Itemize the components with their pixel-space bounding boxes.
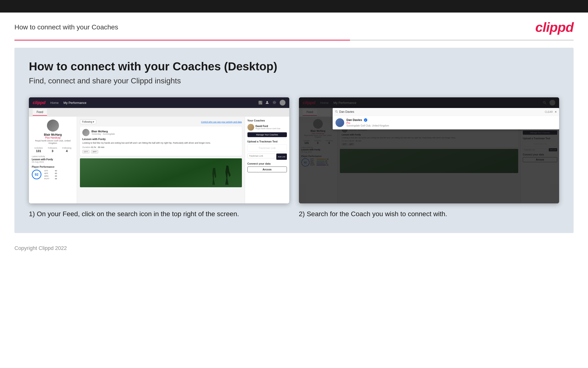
- search-bar-2: Dan Davies CLEAR ×: [333, 108, 559, 116]
- app-body-1: Blair McHarg Plus Handicap Royal North D…: [29, 117, 289, 203]
- stats-row-1: Activities 131 Followers 3 Following 4: [32, 147, 74, 153]
- feed-tab-1[interactable]: Feed: [33, 109, 47, 116]
- stat-activities-label: Activities: [34, 147, 43, 149]
- header-divider: [14, 40, 574, 40]
- post-duration-label-1: Duration 01 hr : 30 min: [82, 146, 239, 148]
- activity-name-1: Lesson with Fordy: [32, 158, 74, 161]
- result-role: Pro: [347, 122, 389, 124]
- search-overlay-2: Dan Davies CLEAR × Dan Davies: [333, 108, 559, 129]
- main-heading: How to connect with your Coaches (Deskto…: [29, 60, 559, 73]
- svg-point-4: [273, 101, 276, 104]
- arccos-btn-1[interactable]: Arccos: [247, 166, 287, 172]
- app-logo-1: clippd: [33, 100, 45, 105]
- app-nav-1: clippd Home My Performance: [29, 97, 289, 108]
- svg-line-1: [261, 103, 262, 104]
- clear-button[interactable]: CLEAR: [545, 110, 553, 113]
- post-time-1: Yesterday · Sunningdale: [91, 133, 115, 135]
- main-content: How to connect with your Coaches (Deskto…: [14, 48, 574, 233]
- result-club: Sunningdale Golf Club, United Kingdom: [347, 124, 389, 127]
- post-text-1: Looking to feel like my hands are exitin…: [82, 141, 239, 145]
- connect-title-1: Connect your data: [247, 162, 287, 165]
- svg-point-0: [259, 101, 261, 103]
- coach-club-1: Royal North Devon Golf Club: [256, 128, 281, 130]
- coach-name-1: David Ford: [256, 125, 281, 128]
- copyright-text: Copyright Clippd 2022: [14, 245, 67, 251]
- post-avatar-1: [82, 129, 89, 136]
- player-performance-1: Player Performance 92 OTT90 APP85 ARG86 …: [32, 166, 74, 180]
- stat-following: Following 4: [62, 147, 71, 153]
- profile-avatar-1: [47, 120, 59, 132]
- post-header-1: Blair McHarg Yesterday · Sunningdale: [82, 129, 239, 136]
- coach-avatar-1: [247, 124, 254, 131]
- close-search-button[interactable]: ×: [555, 110, 557, 114]
- middle-panel-1: Following ▾ Control who can see your act…: [77, 117, 245, 203]
- activity-date-1: 03 Aug 2022: [32, 161, 74, 163]
- svg-line-8: [337, 112, 338, 113]
- search-icon-1[interactable]: [258, 101, 262, 105]
- step-1-label: 1) On your Feed, click on the search ico…: [29, 209, 289, 219]
- profile-location-1: Royal North Devon Golf Club, United King…: [32, 139, 74, 144]
- search-query-text: Dan Davies: [339, 110, 545, 113]
- control-link-1[interactable]: Control who can see your activity and da…: [201, 121, 242, 123]
- result-avatar: [335, 118, 344, 127]
- following-button-1[interactable]: Following ▾: [80, 120, 96, 124]
- score-circle-1: 92: [32, 170, 41, 179]
- step-2-label: 2) Search for the Coach you wish to conn…: [299, 209, 559, 219]
- left-panel-1: Blair McHarg Plus Handicap Royal North D…: [29, 117, 77, 203]
- trackman-input-1[interactable]: [247, 154, 276, 158]
- golf-bg-1: [80, 158, 242, 187]
- stat-activities: Activities 131: [34, 147, 43, 153]
- page-title: How to connect with your Coaches: [14, 23, 118, 31]
- result-name: Dan Davies: [347, 118, 362, 122]
- stat-following-value: 4: [62, 149, 71, 153]
- svg-point-3: [274, 102, 275, 103]
- screenshot-frame-1: clippd Home My Performance: [29, 97, 289, 203]
- nav-home-1[interactable]: Home: [50, 101, 59, 105]
- profile-handicap-1: Plus Handicap: [32, 136, 74, 139]
- manage-coaches-btn-1[interactable]: Manage Your Coaches: [247, 132, 287, 137]
- coach-item-1: David Ford Royal North Devon Golf Club: [247, 124, 287, 131]
- post-card-1: Blair McHarg Yesterday · Sunningdale Les…: [80, 127, 242, 156]
- perf-title-1: Player Performance: [32, 166, 74, 168]
- search-result-item[interactable]: Dan Davies Pro Sunningdale Golf Club, Un…: [333, 116, 559, 129]
- stat-following-label: Following: [62, 147, 71, 149]
- trackman-input-row-1: Add Link: [247, 154, 287, 160]
- verified-badge: [364, 118, 367, 122]
- trackman-placeholder-1: Trackman Link: [247, 144, 287, 152]
- nav-performance-1[interactable]: My Performance: [63, 101, 86, 105]
- post-image-1: [80, 158, 242, 187]
- avatar-1[interactable]: [280, 100, 285, 106]
- svg-point-2: [266, 101, 268, 102]
- tag-app-1: APP: [91, 150, 98, 154]
- clippd-logo: clippd: [535, 19, 574, 35]
- screenshot-col-1: clippd Home My Performance: [29, 97, 289, 219]
- latest-activity-label: Latest Activity: [32, 155, 74, 158]
- stat-followers: Followers 3: [48, 147, 57, 153]
- screenshot-frame-2: clippd Home My Performance Feed: [299, 97, 559, 203]
- header: How to connect with your Coaches clippd: [0, 12, 588, 40]
- post-lesson-title-1: Lesson with Fordy: [82, 138, 239, 140]
- main-subheading: Find, connect and share your Clippd insi…: [29, 76, 559, 85]
- tag-ott-1: OTT: [82, 150, 89, 154]
- post-duration-value-1: 01 hr : 30 min: [91, 146, 105, 148]
- result-info: Dan Davies Pro Sunningdale Golf Club, Un…: [347, 118, 389, 127]
- upload-title-1: Upload a Trackman Test: [247, 140, 287, 143]
- add-link-btn-1[interactable]: Add Link: [276, 154, 287, 160]
- screenshot-col-2: clippd Home My Performance Feed: [299, 97, 559, 219]
- following-row-1: Following ▾ Control who can see your act…: [80, 120, 242, 124]
- feed-tab-bar-1: Feed: [29, 108, 289, 117]
- svg-point-7: [335, 110, 337, 112]
- settings-icon-1[interactable]: [272, 101, 277, 105]
- profile-name-1: Blair McHarg: [32, 133, 74, 136]
- search-icon-overlay: [335, 110, 338, 114]
- post-author-1: Blair McHarg: [91, 130, 115, 133]
- right-panel-1: Your Coaches David Ford Royal North Devo…: [245, 117, 289, 203]
- post-tags-1: OTT APP: [82, 150, 239, 154]
- user-icon-1[interactable]: [265, 101, 270, 105]
- stat-activities-value: 131: [34, 149, 43, 153]
- coaches-title-1: Your Coaches: [247, 119, 287, 122]
- app-nav-icons-1: [258, 100, 285, 106]
- top-bar: [0, 0, 588, 12]
- perf-bars-1: OTT90 APP85 ARG86 PUTT96: [44, 170, 57, 180]
- screenshots-row: clippd Home My Performance: [29, 97, 559, 219]
